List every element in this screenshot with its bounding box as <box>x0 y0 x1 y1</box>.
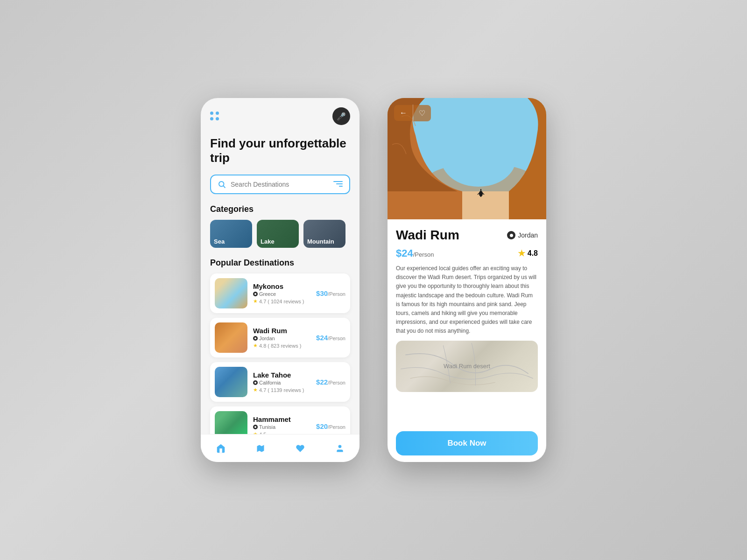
category-lake[interactable]: Lake <box>257 220 299 248</box>
destinations-list: Mykonos Greece ★ 4.7 (1024 reviews) $30/… <box>210 273 350 434</box>
nav-favorites[interactable] <box>295 444 305 453</box>
detail-location: Jordan <box>507 231 538 239</box>
svg-marker-5 <box>257 445 264 452</box>
dest-info-laketahoe: Lake Tahoe California ★ 4.7 (1139 review… <box>253 371 310 393</box>
dest-rating-wadirum: ★ 4.8 (823 reviews) <box>253 343 310 349</box>
search-input[interactable] <box>231 181 329 188</box>
phone-left: 🎤 Find your unforgettable trip Categorie… <box>201 98 359 462</box>
detail-title: Wadi Rum <box>396 228 459 243</box>
dest-price-wadirum: $24/Person <box>316 334 345 342</box>
phone-right: ← ♡ Wadi Rum Jordan $24/Person ★ 4.8 Our <box>388 98 546 462</box>
category-sea-label: Sea <box>214 238 225 245</box>
detail-rating: ★ 4.8 <box>518 248 538 259</box>
detail-description: Our experienced local guides offer an ex… <box>396 264 538 336</box>
search-bar[interactable] <box>210 175 350 194</box>
dest-price-mykonos: $30/Person <box>316 289 345 297</box>
nav-profile[interactable] <box>335 443 345 454</box>
dest-card-mykonos[interactable]: Mykonos Greece ★ 4.7 (1024 reviews) $30/… <box>210 273 350 313</box>
location-dot-icon <box>253 292 258 296</box>
dest-rating-mykonos: ★ 4.7 (1024 reviews) <box>253 298 310 304</box>
dest-thumb-hammamet <box>215 411 247 434</box>
dest-info-hammamet: Hammamet Tunisia ★ 4.5 <box>253 415 310 434</box>
dest-info-mykonos: Mykonos Greece ★ 4.7 (1024 reviews) <box>253 282 310 304</box>
category-sea[interactable]: Sea <box>210 220 252 248</box>
location-badge-icon <box>507 231 515 239</box>
dest-price-hammamet: $20/Person <box>316 422 345 430</box>
dest-thumb-laketahoe <box>215 367 247 397</box>
dest-thumb-mykonos <box>215 278 247 308</box>
location-dot-icon <box>253 336 258 341</box>
location-dot-icon <box>253 425 258 429</box>
rating-star-icon: ★ <box>518 248 525 259</box>
mic-button[interactable]: 🎤 <box>332 107 350 125</box>
heart-icon <box>295 444 305 453</box>
detail-price: $24/Person <box>396 247 434 259</box>
map-label: Wadi Rum desert <box>444 363 490 370</box>
dest-name-hammamet: Hammamet <box>253 415 310 423</box>
svg-point-0 <box>219 182 224 187</box>
svg-line-1 <box>223 186 225 188</box>
svg-point-6 <box>338 445 342 448</box>
home-icon <box>216 443 226 454</box>
dest-name-wadirum: Wadi Rum <box>253 327 310 335</box>
dest-name-mykonos: Mykonos <box>253 282 310 290</box>
search-icon <box>218 180 226 189</box>
nav-home[interactable] <box>216 443 226 454</box>
star-icon: ★ <box>253 387 258 393</box>
map-icon <box>256 443 265 454</box>
headline: Find your unforgettable trip <box>210 136 350 165</box>
svg-point-10 <box>441 131 516 187</box>
dest-location-laketahoe: California <box>253 380 310 385</box>
category-lake-label: Lake <box>261 238 275 245</box>
phone-left-content: 🎤 Find your unforgettable trip Categorie… <box>201 98 359 434</box>
user-icon <box>335 443 345 454</box>
dest-card-hammamet[interactable]: Hammamet Tunisia ★ 4.5 $20/Person <box>210 406 350 434</box>
nav-map[interactable] <box>256 443 265 454</box>
favorite-button[interactable]: ♡ <box>413 105 431 121</box>
mic-icon: 🎤 <box>337 112 346 121</box>
dest-rating-laketahoe: ★ 4.7 (1139 reviews) <box>253 387 310 393</box>
dest-card-wadirum[interactable]: Wadi Rum Jordan ★ 4.8 (823 reviews) $24/… <box>210 318 350 357</box>
category-mountain-label: Mountain <box>307 238 334 245</box>
filter-icon[interactable] <box>333 181 343 188</box>
dest-location-wadirum: Jordan <box>253 336 310 341</box>
menu-dots-icon[interactable] <box>210 112 219 121</box>
dest-card-laketahoe[interactable]: Lake Tahoe California ★ 4.7 (1139 review… <box>210 362 350 402</box>
detail-header: Wadi Rum Jordan <box>396 228 538 243</box>
categories-title: Categories <box>210 204 350 214</box>
detail-content: Wadi Rum Jordan $24/Person ★ 4.8 Our exp… <box>388 219 546 462</box>
dest-price-laketahoe: $22/Person <box>316 378 345 386</box>
star-icon: ★ <box>253 343 258 349</box>
star-icon: ★ <box>253 298 258 304</box>
dest-info-wadirum: Wadi Rum Jordan ★ 4.8 (823 reviews) <box>253 327 310 349</box>
detail-map[interactable]: Wadi Rum desert <box>396 341 538 392</box>
top-bar: 🎤 <box>210 107 350 125</box>
bottom-nav <box>201 434 359 462</box>
location-dot-icon <box>253 380 258 385</box>
book-now-button[interactable]: Book Now <box>396 431 538 455</box>
detail-price-row: $24/Person ★ 4.8 <box>396 247 538 259</box>
back-button[interactable]: ← <box>394 105 413 121</box>
hero-controls: ← ♡ <box>394 105 431 121</box>
category-mountain[interactable]: Mountain <box>303 220 345 248</box>
detail-hero: ← ♡ <box>388 98 546 219</box>
dest-location-hammamet: Tunisia <box>253 424 310 430</box>
dest-name-laketahoe: Lake Tahoe <box>253 371 310 379</box>
dest-thumb-wadirum <box>215 322 247 353</box>
dest-location-mykonos: Greece <box>253 291 310 297</box>
popular-title: Popular Destinations <box>210 258 350 268</box>
categories-row: Sea Lake Mountain <box>210 220 350 248</box>
